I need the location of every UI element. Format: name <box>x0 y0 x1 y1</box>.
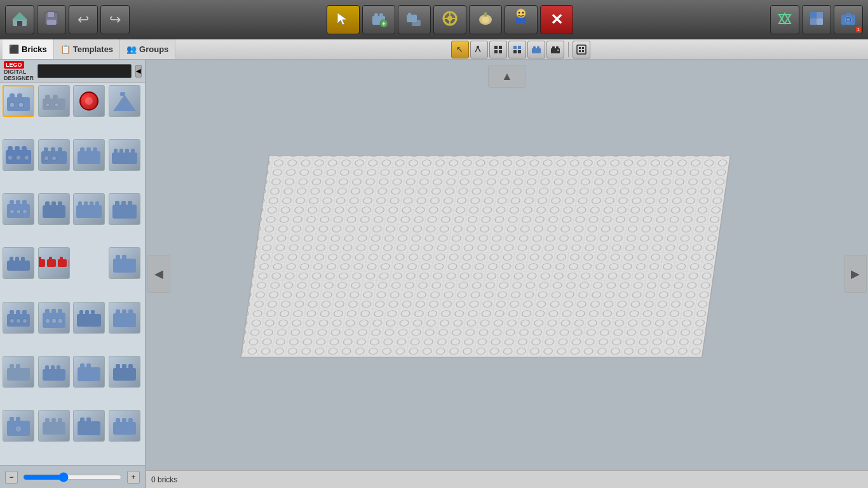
brick-search-input[interactable] <box>37 64 132 78</box>
svg-rect-27 <box>516 18 519 23</box>
svg-rect-152 <box>128 309 133 314</box>
hinge-button[interactable] <box>433 5 466 34</box>
svg-rect-121 <box>38 257 41 260</box>
svg-rect-158 <box>51 365 55 370</box>
redo-button[interactable]: ↪ <box>100 5 130 34</box>
list-item[interactable] <box>3 356 34 388</box>
list-item[interactable] <box>109 247 140 279</box>
list-item[interactable] <box>38 193 70 225</box>
zoom-out-button[interactable]: − <box>5 471 18 484</box>
svg-rect-175 <box>78 421 100 435</box>
svg-rect-45 <box>518 46 521 49</box>
select-region-button[interactable] <box>546 41 564 58</box>
sidebar-bottom: − + <box>0 465 145 488</box>
tab-groups[interactable]: 👥 Groups <box>120 39 175 59</box>
list-item[interactable] <box>73 85 105 117</box>
svg-point-63 <box>10 102 15 107</box>
svg-rect-139 <box>45 309 50 313</box>
svg-rect-114 <box>7 261 30 271</box>
list-item[interactable] <box>38 356 70 388</box>
list-item[interactable] <box>109 302 140 334</box>
list-item[interactable] <box>38 85 70 117</box>
select-tool-button[interactable] <box>327 5 360 34</box>
svg-rect-4 <box>48 12 54 17</box>
svg-marker-1 <box>12 12 27 20</box>
select-mode-button[interactable]: ↖ <box>451 41 469 58</box>
svg-rect-15 <box>413 18 416 21</box>
paint-button[interactable] <box>469 5 502 34</box>
list-item[interactable] <box>109 410 140 442</box>
list-item[interactable] <box>109 193 140 225</box>
tab-templates[interactable]: 📋 Templates <box>54 39 120 59</box>
svg-rect-2 <box>17 21 22 26</box>
svg-rect-44 <box>513 46 517 49</box>
svg-rect-73 <box>8 146 13 151</box>
save-button[interactable] <box>37 5 66 34</box>
home-button[interactable] <box>5 5 34 34</box>
list-item[interactable] <box>73 139 105 171</box>
svg-rect-14 <box>412 20 421 26</box>
svg-rect-82 <box>58 147 62 152</box>
list-item[interactable] <box>109 356 140 388</box>
select-connected-button[interactable] <box>470 41 488 58</box>
tab-bricks[interactable]: ⬛ Bricks <box>3 39 54 59</box>
baseplate-area[interactable] <box>159 92 855 475</box>
list-item[interactable] <box>73 302 105 334</box>
list-item[interactable] <box>73 410 105 442</box>
svg-point-24 <box>519 11 520 13</box>
list-item[interactable] <box>38 410 70 442</box>
delete-button[interactable]: ✕ <box>540 5 573 34</box>
list-item[interactable] <box>3 410 34 442</box>
svg-rect-57 <box>582 47 584 49</box>
svg-rect-42 <box>494 50 498 53</box>
list-item[interactable] <box>109 139 140 171</box>
list-item[interactable] <box>38 139 70 171</box>
svg-rect-141 <box>58 309 62 313</box>
view-mode-button[interactable] <box>573 41 590 58</box>
select-type-button[interactable] <box>527 41 545 58</box>
select-all-button[interactable] <box>489 41 507 58</box>
list-item[interactable] <box>3 85 34 117</box>
svg-point-135 <box>10 318 15 323</box>
delete-icon: ✕ <box>550 11 563 29</box>
list-item[interactable] <box>38 302 70 334</box>
list-item[interactable] <box>3 302 34 334</box>
zoom-in-button[interactable]: + <box>127 471 140 484</box>
svg-rect-48 <box>532 48 541 53</box>
titlebar: ↩ ↪ + <box>0 0 868 39</box>
app-name: DIGITAL DESIGNER <box>4 69 34 81</box>
navigate-up-button[interactable]: ▲ <box>488 65 526 88</box>
list-item[interactable] <box>73 356 105 388</box>
svg-rect-157 <box>45 365 49 370</box>
svg-rect-110 <box>112 205 137 219</box>
zoom-slider[interactable] <box>23 472 122 482</box>
clone-icon <box>404 8 424 32</box>
svg-rect-174 <box>58 418 62 423</box>
select-color-button[interactable] <box>508 41 526 58</box>
svg-rect-160 <box>78 367 100 381</box>
svg-rect-122 <box>47 259 56 267</box>
svg-rect-140 <box>51 309 56 313</box>
svg-rect-159 <box>57 365 60 370</box>
svg-rect-95 <box>10 200 14 205</box>
sidebar-collapse-button[interactable]: ◀ <box>135 65 142 78</box>
svg-rect-56 <box>579 47 581 49</box>
list-item[interactable] <box>38 247 70 279</box>
list-item[interactable] <box>3 139 34 171</box>
svg-rect-31 <box>810 12 817 18</box>
minifig-button[interactable] <box>505 5 538 34</box>
svg-rect-96 <box>16 200 20 205</box>
add-brick-button[interactable]: + <box>362 5 395 34</box>
list-item[interactable] <box>73 193 105 225</box>
list-item[interactable] <box>3 247 34 279</box>
list-item[interactable] <box>109 85 140 117</box>
list-item[interactable] <box>3 193 34 225</box>
svg-rect-156 <box>43 369 65 381</box>
view-perspective-button[interactable] <box>770 5 799 34</box>
view-3d-button[interactable] <box>802 5 831 34</box>
svg-rect-111 <box>115 201 119 205</box>
undo-button[interactable]: ↩ <box>69 5 98 34</box>
view-camera-button[interactable]: 1 <box>834 5 863 34</box>
clone-button[interactable] <box>398 5 431 34</box>
svg-rect-117 <box>21 257 25 261</box>
